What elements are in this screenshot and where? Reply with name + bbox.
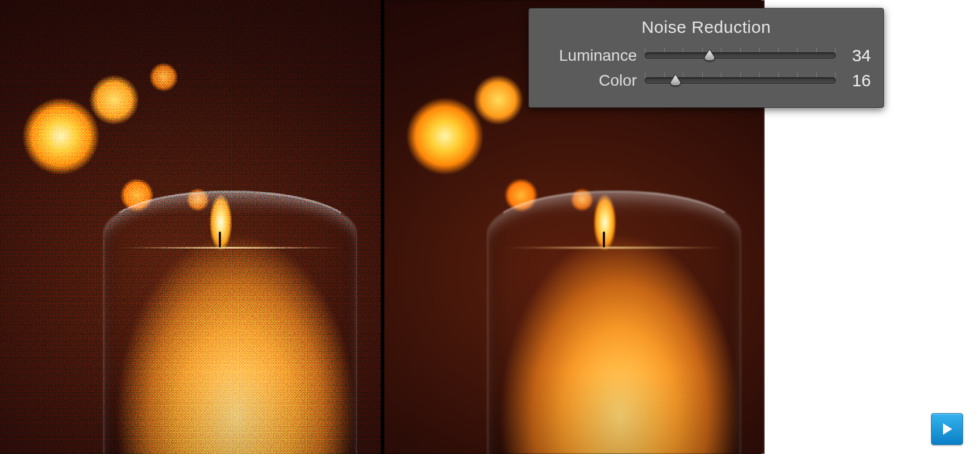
luminance-slider[interactable] [645,46,836,65]
color-row: Color 16 [541,71,871,90]
color-value[interactable]: 16 [844,71,871,90]
play-button[interactable] [931,413,963,445]
luminance-label: Luminance [541,47,637,65]
before-pane [0,0,381,454]
color-slider[interactable] [645,71,836,90]
luminance-row: Luminance 34 [541,46,871,65]
svg-marker-0 [943,423,952,435]
play-icon [941,423,953,435]
luminance-value[interactable]: 34 [844,46,871,65]
noise-reduction-panel: Noise Reduction Luminance 34 [528,8,884,108]
panel-title: Noise Reduction [541,18,871,37]
color-label: Color [541,72,637,90]
